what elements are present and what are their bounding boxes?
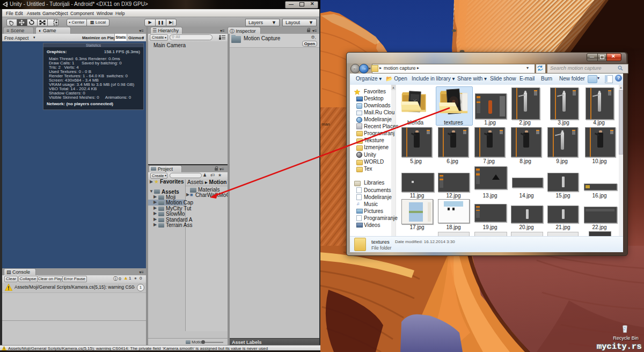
svg-text:man: man [321, 122, 330, 127]
